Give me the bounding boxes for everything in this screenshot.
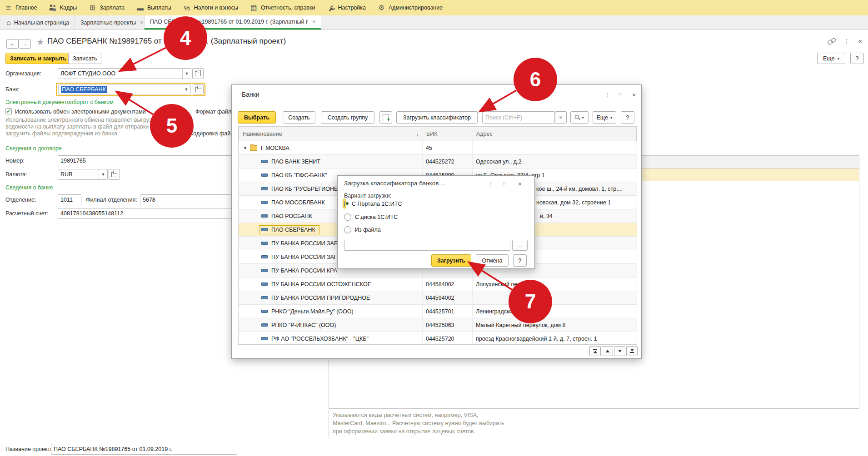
dialog-more-button[interactable]: Еще▾ [593, 111, 616, 124]
callout-7: 7 [509, 280, 552, 323]
bank-name: ПУ БАНКА РОССИИ ЗАП [271, 254, 338, 260]
scroll-up-button[interactable] [602, 346, 613, 356]
menubar-items: ≡ГлавноеКадры⊞Зарплата▬Выплаты%Налоги и … [5, 4, 454, 11]
help-button[interactable]: ? [850, 53, 864, 64]
menu-item-2[interactable]: ⊞Зарплата [89, 4, 125, 11]
number-label: Номер: [5, 158, 25, 164]
edo-checkbox-label[interactable]: Использовать обмен электронными документ… [15, 109, 146, 115]
table-row[interactable]: ПУ БАНКА РОССИИ ОСТОЖЕНСКОЕ044584002Лопу… [239, 278, 637, 291]
classifier-help-button[interactable]: ? [513, 254, 527, 267]
close-tab-icon[interactable]: × [312, 19, 315, 25]
bank-bik: 044525701 [423, 305, 473, 318]
bank-name: ПАО КБ "ПФС-БАНК" [271, 172, 327, 178]
table-row[interactable]: ▼Г МОСКВА45 [239, 141, 637, 155]
save-close-button[interactable]: Записать и закрыть [5, 53, 71, 64]
scroll-down-button[interactable] [614, 346, 625, 356]
browse-button[interactable]: ... [512, 240, 528, 251]
bank-name: Г МОСКВА [261, 145, 289, 151]
clear-search-button[interactable]: × [555, 111, 567, 124]
bank-input[interactable]: ПАО СБЕРБАНК ▼ [58, 84, 191, 94]
select-button[interactable]: Выбрать [238, 111, 276, 124]
save-button[interactable]: Записать [68, 53, 101, 64]
menu-item-3[interactable]: ▬Выплаты [136, 4, 171, 11]
table-row[interactable]: РНКО "Р-ИНКАС" (ООО)044525063Малый Карет… [239, 318, 637, 332]
chevron-down-icon[interactable]: ▼ [99, 169, 107, 179]
card-hint-line1: Указываются виды расчетных систем, напри… [333, 412, 524, 418]
table-row[interactable]: ПАО БАНК ЗЕНИТ044525272Одесская ул., д.2 [239, 155, 637, 169]
menu-item-0[interactable]: ≡Главное [5, 4, 37, 11]
more-dots-icon[interactable]: ⋮ [842, 37, 852, 45]
expander-icon[interactable]: ▼ [243, 146, 247, 150]
column-header-addr[interactable]: Адрес [476, 131, 493, 137]
more-button[interactable]: Еще▾ [817, 53, 845, 64]
classifier-dialog-titlebar[interactable]: Загрузка классификатора банков ... ⋮ □ × [338, 176, 534, 191]
project-name-input[interactable]: ПАО СБЕРБАНК №19891765 от 01.09.2019 г. [51, 444, 237, 455]
table-row[interactable]: ПУ БАНКА РОССИИ ПРИГОРОДНОЕ044594002 [239, 291, 637, 305]
department-input[interactable]: 1011 [58, 194, 81, 205]
tab-home[interactable]: ⌂ Начальная страница [0, 15, 75, 30]
close-dialog-icon[interactable]: × [629, 90, 639, 99]
add-from-classifier-button[interactable] [379, 111, 392, 124]
dialog-help-button[interactable]: ? [621, 111, 634, 124]
radio-icon[interactable] [344, 213, 351, 221]
maximize-icon[interactable]: □ [615, 90, 625, 99]
tab-salary-projects[interactable]: Зарплатные проекты × [75, 15, 145, 30]
more-dots-icon[interactable]: ⋮ [603, 90, 613, 99]
load-button[interactable]: Загрузить [431, 254, 471, 267]
file-path-input[interactable] [344, 240, 510, 251]
back-button[interactable]: ← [6, 39, 19, 49]
edo-checkbox[interactable]: ✓ [5, 108, 12, 114]
variant-option-0[interactable]: С Портала 1С:ИТС [344, 201, 402, 207]
banks-table-header[interactable]: Наименование ↓ БИК Адрес [239, 126, 637, 141]
variant-option-2[interactable]: Из файла [344, 226, 381, 233]
menu-item-4[interactable]: %Налоги и взносы [183, 4, 238, 11]
file-format-label: Формат файла: [195, 109, 236, 115]
menu-icon: ≡ [5, 4, 12, 11]
chevron-down-icon[interactable]: ▼ [182, 85, 190, 94]
radio-icon[interactable] [344, 226, 351, 233]
menu-item-5[interactable]: ▤Отчетность, справки [250, 4, 315, 11]
currency-input[interactable]: RUB ▼ [58, 169, 108, 180]
table-row[interactable]: РФ АО "РОССЕЛЬХОЗБАНК" - "ЦКБ"044525720п… [239, 332, 637, 345]
more-dots-icon[interactable]: ⋮ [486, 179, 496, 188]
create-button[interactable]: Создать [283, 111, 315, 124]
chevron-down-icon[interactable]: ▼ [182, 69, 191, 79]
variant-option-1[interactable]: С диска 1С:ИТС [344, 213, 398, 221]
scroll-top-button[interactable] [589, 346, 601, 356]
bank-item-icon [261, 283, 268, 286]
link-icon[interactable] [828, 39, 835, 45]
close-form-icon[interactable]: × [855, 37, 865, 45]
check-icon: ✓ [6, 108, 11, 114]
maximize-icon[interactable]: □ [499, 179, 509, 188]
table-row[interactable]: РНКО "Деньги.Мэйл.Ру" (ООО)044525701Лени… [239, 305, 637, 318]
forward-button[interactable]: → [19, 39, 31, 49]
scroll-bottom-button[interactable] [626, 346, 638, 356]
bank-item-icon [261, 296, 268, 299]
currency-label: Валюта: [5, 171, 27, 178]
radio-icon[interactable] [344, 200, 345, 208]
banks-dialog-titlebar[interactable]: Банки ⋮ □ × [232, 85, 641, 104]
load-classifier-button[interactable]: Загрузить классификатор [396, 111, 478, 124]
favorite-star-icon[interactable]: ★ [36, 37, 44, 47]
open-icon [195, 71, 201, 76]
edo-hint-line2: ведомости на выплату зарплаты в файл для… [5, 124, 172, 130]
currency-open-button[interactable] [109, 169, 120, 180]
search-input[interactable] [482, 111, 555, 124]
close-dialog-icon[interactable]: × [515, 179, 525, 188]
variant-label: Вариант загрузки: [344, 193, 391, 199]
org-open-button[interactable] [192, 68, 204, 79]
open-icon [111, 172, 117, 177]
tab-bar: ⌂ Начальная страница Зарплатные проекты … [0, 15, 868, 30]
create-group-button[interactable]: Создать группу [321, 111, 374, 124]
column-header-bik[interactable]: БИК [426, 131, 437, 137]
column-header-name[interactable]: Наименование [243, 131, 282, 137]
close-tab-icon[interactable]: × [140, 20, 143, 26]
bank-open-button[interactable] [193, 84, 204, 94]
cancel-button[interactable]: Отмена [476, 254, 509, 267]
menu-item-1[interactable]: Кадры [49, 4, 77, 11]
menu-item-6[interactable]: Настройка [327, 4, 366, 11]
search-options-button[interactable]: ▾ [570, 111, 589, 124]
menu-item-7[interactable]: ⚙Администрирование [378, 4, 443, 11]
variant-option-label: С диска 1С:ИТС [355, 214, 398, 220]
org-input[interactable]: ЛОФТ СТУДИО ООО ▼ [58, 68, 191, 79]
